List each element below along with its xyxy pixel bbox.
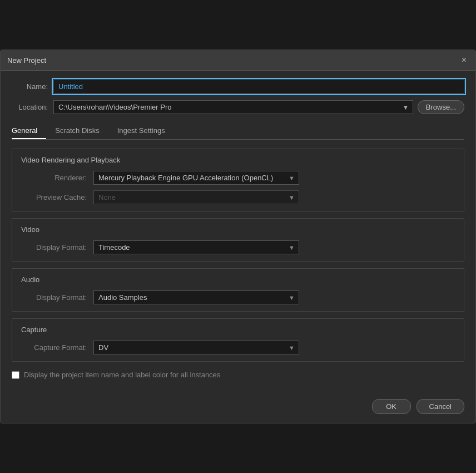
video-display-format-wrapper: Timecode ▼ bbox=[93, 240, 299, 254]
dialog-footer: OK Cancel bbox=[1, 392, 475, 423]
capture-section: Capture Capture Format: DV ▼ bbox=[12, 318, 464, 362]
dialog-body: Name: Location: C:\Users\rohan\Videos\Pr… bbox=[1, 71, 475, 392]
audio-section: Audio Display Format: Audio Samples ▼ bbox=[12, 268, 464, 312]
video-rendering-section: Video Rendering and Playback Renderer: M… bbox=[12, 149, 464, 211]
dialog-title: New Project bbox=[7, 56, 46, 65]
browse-button[interactable]: Browse... bbox=[418, 100, 464, 114]
display-checkbox[interactable] bbox=[12, 371, 19, 379]
location-label: Location: bbox=[12, 103, 53, 111]
name-input[interactable] bbox=[53, 80, 464, 93]
video-section: Video Display Format: Timecode ▼ bbox=[12, 218, 464, 262]
preview-cache-select-wrapper: None ▼ bbox=[93, 190, 299, 204]
audio-display-format-wrapper: Audio Samples ▼ bbox=[93, 290, 299, 304]
renderer-label: Renderer: bbox=[21, 174, 93, 182]
location-select-wrapper: C:\Users\rohan\Videos\Premier Pro ▼ bbox=[53, 100, 413, 114]
capture-format-select[interactable]: DV bbox=[93, 341, 299, 354]
name-row: Name: bbox=[12, 80, 464, 93]
checkbox-row: Display the project item name and label … bbox=[12, 371, 464, 379]
renderer-row: Renderer: Mercury Playback Engine GPU Ac… bbox=[21, 171, 455, 185]
renderer-select[interactable]: Mercury Playback Engine GPU Acceleration… bbox=[93, 171, 299, 185]
preview-cache-select[interactable]: None bbox=[93, 190, 299, 204]
renderer-select-wrapper: Mercury Playback Engine GPU Acceleration… bbox=[93, 171, 299, 185]
location-select[interactable]: C:\Users\rohan\Videos\Premier Pro bbox=[53, 100, 413, 114]
preview-cache-label: Preview Cache: bbox=[21, 193, 93, 201]
new-project-dialog: New Project × Name: Location: C:\Users\r… bbox=[0, 50, 476, 423]
capture-format-row: Capture Format: DV ▼ bbox=[21, 341, 455, 354]
video-display-format-label: Display Format: bbox=[21, 243, 93, 252]
capture-format-label: Capture Format: bbox=[21, 343, 93, 352]
preview-cache-row: Preview Cache: None ▼ bbox=[21, 190, 455, 204]
title-bar: New Project × bbox=[1, 50, 475, 71]
ok-button[interactable]: OK bbox=[372, 399, 411, 414]
audio-display-format-label: Display Format: bbox=[21, 293, 93, 302]
tabs-bar: General Scratch Disks Ingest Settings bbox=[12, 123, 464, 140]
name-label: Name: bbox=[12, 82, 53, 91]
location-row: Location: C:\Users\rohan\Videos\Premier … bbox=[12, 100, 464, 114]
video-rendering-title: Video Rendering and Playback bbox=[21, 156, 455, 164]
video-display-format-select[interactable]: Timecode bbox=[93, 240, 299, 254]
tab-general[interactable]: General bbox=[12, 123, 46, 139]
video-title: Video bbox=[21, 225, 455, 234]
cancel-button[interactable]: Cancel bbox=[416, 399, 464, 414]
capture-title: Capture bbox=[21, 326, 455, 334]
checkbox-label: Display the project item name and label … bbox=[24, 371, 220, 379]
audio-display-format-row: Display Format: Audio Samples ▼ bbox=[21, 290, 455, 304]
audio-title: Audio bbox=[21, 275, 455, 284]
tab-scratch-disks[interactable]: Scratch Disks bbox=[46, 123, 108, 139]
capture-format-wrapper: DV ▼ bbox=[93, 341, 299, 354]
tab-ingest-settings[interactable]: Ingest Settings bbox=[108, 123, 174, 139]
audio-display-format-select[interactable]: Audio Samples bbox=[93, 290, 299, 304]
close-button[interactable]: × bbox=[459, 55, 469, 66]
video-display-format-row: Display Format: Timecode ▼ bbox=[21, 240, 455, 254]
